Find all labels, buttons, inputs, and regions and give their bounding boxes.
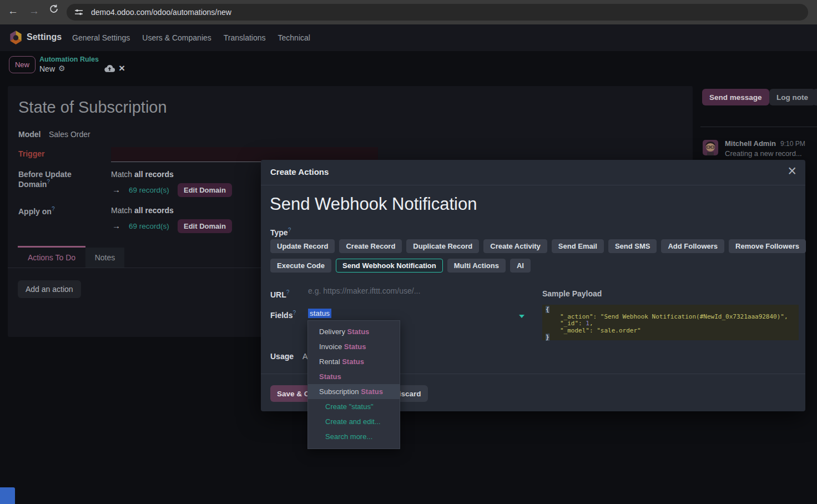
sample-payload-code: { "_action": "Send Webhook Notification(… (542, 305, 799, 340)
help-icon: ? (286, 289, 290, 295)
type-duplicate-record[interactable]: Duplicate Record (406, 239, 479, 253)
log-note-button[interactable]: Log note (769, 89, 815, 105)
type-send-sms[interactable]: Send SMS (608, 239, 657, 253)
modal-header: Create Actions × (261, 160, 805, 185)
dropdown-item-invoice-status[interactable]: Invoice Status (308, 339, 400, 354)
model-label: Model (18, 130, 41, 139)
browser-forward-icon[interactable]: → (29, 5, 39, 17)
save-cloud-icon[interactable] (104, 64, 115, 75)
dropdown-create-and-edit[interactable]: Create and edit... (308, 414, 400, 429)
menu-users-companies[interactable]: Users & Companies (142, 33, 211, 42)
type-send-email[interactable]: Send Email (552, 239, 604, 253)
close-icon[interactable]: × (788, 163, 796, 180)
chevron-down-icon[interactable] (519, 315, 525, 318)
breadcrumb-link-automation-rules[interactable]: Automation Rules (39, 56, 99, 63)
match-summary: Match all records (111, 170, 174, 179)
help-icon: ? (47, 179, 50, 185)
match-summary: Match all records (111, 206, 174, 215)
apply-on-label: Apply on? (18, 206, 54, 216)
nav-menu: General Settings Users & Companies Trans… (72, 24, 310, 51)
type-send-webhook-notification[interactable]: Send Webhook Notification (336, 259, 443, 273)
add-an-action-button[interactable]: Add an action (18, 280, 81, 298)
address-bar[interactable]: demo4.odoo.com/odoo/automations/new (67, 4, 808, 21)
menu-translations[interactable]: Translations (224, 33, 266, 42)
dropdown-create-status[interactable]: Create "status" (308, 399, 400, 414)
help-icon: ? (288, 227, 291, 233)
type-update-record[interactable]: Update Record (270, 239, 335, 253)
dropdown-item-subscription-status[interactable]: Subscription Status (308, 384, 400, 399)
url-label: URL? (270, 289, 289, 299)
breadcrumb-current: New (39, 64, 55, 73)
usage-label: Usage (270, 352, 294, 361)
records-count-link[interactable]: 69 record(s) (129, 186, 169, 194)
url-input[interactable] (308, 286, 519, 295)
type-add-followers[interactable]: Add Followers (661, 239, 724, 253)
app-name[interactable]: Settings (27, 32, 62, 42)
fields-dropdown: Delivery Status Invoice Status Rental St… (307, 320, 400, 449)
help-icon: ? (52, 206, 55, 212)
type-execute-code[interactable]: Execute Code (270, 259, 331, 273)
type-options-row1: Update Record Create Record Duplicate Re… (270, 239, 806, 253)
fields-label: Fields? (270, 310, 296, 320)
type-label: Type? (270, 227, 291, 237)
sample-payload-label: Sample Payload (542, 289, 602, 298)
odoo-top-nav: Settings General Settings Users & Compan… (0, 24, 817, 51)
message-body: Creating a new record... (725, 149, 814, 158)
edit-domain-button[interactable]: Edit Domain (178, 183, 232, 197)
dropdown-item-status[interactable]: Status (308, 369, 400, 384)
dropdown-item-delivery-status[interactable]: Delivery Status (308, 324, 400, 339)
type-create-record[interactable]: Create Record (339, 239, 402, 253)
message-time: 9:10 PM (780, 140, 805, 148)
tab-notes[interactable]: Notes (85, 248, 124, 268)
browser-back-icon[interactable]: ← (8, 5, 18, 17)
message-author: Mitchell Admin (725, 139, 776, 148)
site-settings-icon[interactable] (74, 8, 83, 17)
help-icon: ? (292, 310, 296, 316)
chatter-divider (700, 127, 817, 127)
modal-title-small: Create Actions (270, 167, 329, 177)
before-update-domain-label: Before Update Domain? (18, 170, 72, 189)
avatar (703, 140, 718, 155)
browser-toolbar: ← → demo4.odoo.com/odoo/automations/new (0, 0, 817, 24)
tab-actions-to-do[interactable]: Actions To Do (18, 246, 85, 268)
model-value[interactable]: Sales Order (49, 130, 90, 139)
arrow-right-icon: → (112, 221, 120, 230)
menu-general-settings[interactable]: General Settings (72, 33, 130, 42)
records-count-link[interactable]: 69 record(s) (129, 222, 169, 230)
record-name-field[interactable]: State of Subscription (18, 98, 167, 117)
type-create-activity[interactable]: Create Activity (483, 239, 547, 253)
type-ai[interactable]: AI (510, 259, 531, 273)
activities-button-clipped[interactable] (813, 89, 817, 105)
browser-reload-icon[interactable] (49, 4, 59, 17)
arrow-right-icon: → (112, 185, 120, 194)
trigger-label: Trigger (18, 149, 44, 158)
menu-technical[interactable]: Technical (278, 33, 310, 42)
url-text[interactable]: demo4.odoo.com/odoo/automations/new (91, 8, 231, 17)
type-remove-followers[interactable]: Remove Followers (729, 239, 806, 253)
dropdown-item-rental-status[interactable]: Rental Status (308, 354, 400, 369)
fields-input-selected-text[interactable]: status (308, 309, 331, 318)
new-badge: New (9, 56, 36, 73)
type-multi-actions[interactable]: Multi Actions (447, 259, 506, 273)
action-name-title[interactable]: Send Webhook Notification (270, 194, 477, 214)
edit-domain-button[interactable]: Edit Domain (178, 219, 232, 233)
dropdown-search-more[interactable]: Search more... (308, 429, 400, 444)
screen: ← → demo4.odoo.com/odoo/automations/new (0, 0, 817, 504)
settings-app-icon[interactable] (8, 30, 23, 47)
type-options-row2: Execute Code Send Webhook Notification M… (270, 259, 531, 273)
send-message-button[interactable]: Send message (702, 89, 769, 105)
gear-icon[interactable]: ⚙ (58, 64, 65, 73)
status-bubble (0, 487, 15, 504)
discard-changes-icon[interactable]: × (119, 62, 125, 74)
